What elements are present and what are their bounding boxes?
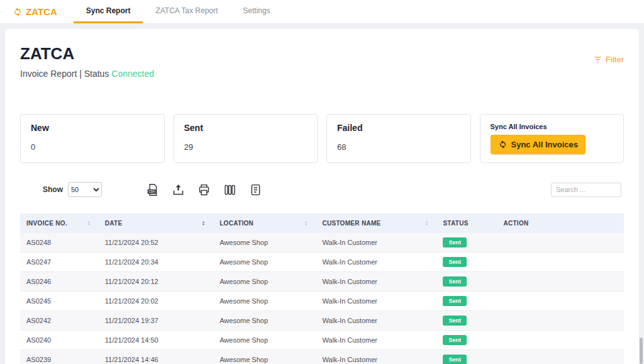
- sort-icon: [303, 220, 309, 227]
- table-row: AS0245 11/21/2024 20:02 Awesome Shop Wal…: [20, 292, 624, 311]
- col-label: STATUS: [443, 220, 468, 227]
- stat-value: 29: [184, 142, 308, 152]
- table-controls: Show 50 CSV: [20, 182, 624, 197]
- page-size-group: Show 50: [43, 182, 102, 197]
- col-label: CUSTOMER NAME: [322, 220, 380, 227]
- stat-value: 0: [31, 142, 154, 152]
- columns-icon[interactable]: [223, 183, 236, 196]
- action-cell: [497, 272, 624, 292]
- connection-status: Connected: [111, 69, 154, 79]
- filter-icon: [593, 55, 602, 64]
- filter-button[interactable]: Filter: [593, 55, 624, 64]
- action-cell: [497, 331, 624, 350]
- table-row: AS0239 11/21/2024 14:46 Awesome Shop Wal…: [20, 350, 624, 364]
- date-cell: 11/21/2024 14:50: [99, 331, 213, 350]
- col-header-invoice-no[interactable]: INVOICE NO.: [20, 213, 99, 233]
- invoice-no-cell: AS0239: [20, 350, 99, 364]
- upload-icon[interactable]: [172, 183, 185, 196]
- col-label: INVOICE NO.: [26, 220, 67, 227]
- col-header-location[interactable]: LOCATION: [213, 213, 316, 233]
- search-input[interactable]: [551, 183, 621, 197]
- customer-name-cell: Walk-In Customer: [316, 350, 436, 364]
- col-header-action[interactable]: ACTION: [497, 213, 624, 233]
- sync-all-panel: Sync All Invoices Sync All Invoices: [480, 114, 625, 163]
- date-cell: 11/21/2024 20:34: [99, 253, 213, 272]
- sync-icon: [498, 140, 508, 149]
- status-cell: Sent: [436, 350, 497, 364]
- stats-row: New 0 Sent 29 Failed 68 Sync All Invoice…: [20, 114, 624, 163]
- date-cell: 11/21/2024 14:46: [99, 350, 213, 364]
- sync-icon: [13, 7, 23, 17]
- customer-name-cell: Walk-In Customer: [316, 272, 436, 292]
- top-navbar: ZATCA Sync Report ZATCA Tax Report Setti…: [0, 0, 644, 24]
- invoice-table-header: INVOICE NO. DATE LOCATION CUSTOMER NAME …: [20, 213, 624, 233]
- location-cell: Awesome Shop: [213, 272, 316, 292]
- col-header-date[interactable]: DATE: [99, 213, 213, 233]
- stat-card-sent: Sent 29: [174, 114, 318, 163]
- status-cell: Sent: [436, 233, 497, 253]
- sync-all-button[interactable]: Sync All Invoices: [491, 135, 586, 154]
- invoice-table: INVOICE NO. DATE LOCATION CUSTOMER NAME …: [20, 213, 624, 364]
- stat-value: 68: [337, 142, 460, 152]
- print-icon[interactable]: [197, 183, 211, 196]
- action-cell: [497, 292, 624, 311]
- stat-label: Failed: [337, 123, 460, 133]
- table-row: AS0246 11/21/2024 20:12 Awesome Shop Wal…: [20, 272, 624, 292]
- date-cell: 11/21/2024 20:52: [99, 233, 213, 253]
- page-title: ZATCA: [20, 44, 154, 64]
- location-cell: Awesome Shop: [213, 292, 316, 311]
- tab-label: Settings: [243, 6, 270, 15]
- stat-label: Sent: [184, 123, 308, 133]
- sync-all-button-label: Sync All Invoices: [511, 140, 578, 149]
- invoice-no-cell: AS0242: [20, 311, 99, 331]
- col-header-customer-name[interactable]: CUSTOMER NAME: [316, 213, 436, 233]
- brand-label: ZATCA: [26, 6, 57, 17]
- page-size-select[interactable]: 50: [68, 182, 102, 197]
- customer-name-cell: Walk-In Customer: [316, 311, 436, 331]
- customer-name-cell: Walk-In Customer: [316, 233, 436, 253]
- customer-name-cell: Walk-In Customer: [316, 253, 436, 272]
- status-badge: Sent: [443, 316, 467, 326]
- page-header: ZATCA Invoice Report | Status Connected …: [20, 40, 624, 79]
- vertical-scrollbar-thumb[interactable]: [640, 338, 643, 364]
- status-badge: Sent: [443, 335, 467, 345]
- status-badge: Sent: [443, 296, 467, 306]
- tab-zatca-tax-report[interactable]: ZATCA Tax Report: [143, 0, 230, 23]
- date-cell: 11/21/2024 20:12: [99, 272, 213, 292]
- status-badge: Sent: [443, 257, 467, 267]
- table-row: AS0242 11/21/2024 19:37 Awesome Shop Wal…: [20, 311, 624, 331]
- customer-name-cell: Walk-In Customer: [316, 292, 436, 311]
- show-label: Show: [43, 185, 63, 194]
- invoice-no-cell: AS0240: [20, 331, 99, 350]
- stat-label: New: [31, 123, 154, 133]
- action-cell: [497, 311, 624, 331]
- filter-label: Filter: [606, 55, 624, 64]
- col-header-status[interactable]: STATUS: [436, 213, 497, 233]
- status-cell: Sent: [436, 311, 497, 331]
- date-cell: 11/21/2024 20:02: [99, 292, 213, 311]
- col-label: DATE: [105, 220, 123, 227]
- sort-icon: [423, 220, 430, 227]
- invoice-table-body: AS0248 11/21/2024 20:52 Awesome Shop Wal…: [20, 233, 624, 364]
- table-row: AS0248 11/21/2024 20:52 Awesome Shop Wal…: [20, 233, 624, 253]
- tab-settings[interactable]: Settings: [230, 0, 282, 23]
- table-row: AS0240 11/21/2024 14:50 Awesome Shop Wal…: [20, 331, 624, 350]
- sort-icon: [200, 220, 207, 227]
- copy-icon[interactable]: [249, 183, 262, 196]
- stat-card-failed: Failed 68: [326, 114, 471, 163]
- invoice-no-cell: AS0246: [20, 272, 99, 292]
- status-cell: Sent: [436, 272, 497, 292]
- col-label: ACTION: [503, 220, 528, 227]
- tab-sync-report[interactable]: Sync Report: [74, 0, 143, 23]
- status-cell: Sent: [436, 331, 497, 350]
- csv-export-icon[interactable]: CSV: [146, 183, 159, 196]
- status-badge: Sent: [443, 355, 467, 364]
- action-cell: [497, 253, 624, 272]
- status-cell: Sent: [436, 292, 497, 311]
- brand-logo[interactable]: ZATCA: [13, 0, 57, 23]
- location-cell: Awesome Shop: [213, 311, 316, 331]
- title-block: ZATCA Invoice Report | Status Connected: [20, 40, 154, 79]
- sort-icon: [86, 220, 92, 227]
- date-cell: 11/21/2024 19:37: [99, 311, 213, 331]
- action-cell: [497, 233, 624, 253]
